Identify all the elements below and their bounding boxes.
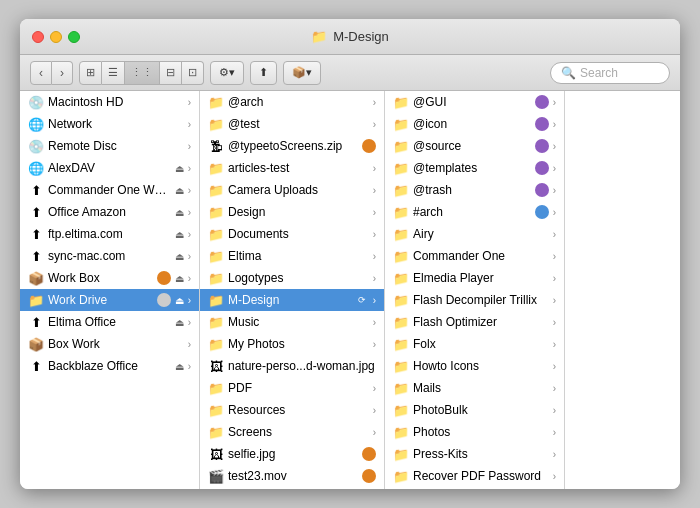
chevron-right-icon: ›: [188, 141, 191, 152]
view-columns-button[interactable]: ⋮⋮: [125, 61, 160, 85]
folder-icon: 📁: [208, 248, 224, 264]
minimize-button[interactable]: [50, 31, 62, 43]
list-item[interactable]: 📁 @source ›: [385, 135, 564, 157]
list-item[interactable]: 📁 Airy ›: [385, 223, 564, 245]
item-name: Flash Optimizer: [413, 315, 549, 329]
list-item[interactable]: ⬆ Office Amazon ⏏ ›: [20, 201, 199, 223]
chevron-right-icon: ›: [188, 273, 191, 284]
list-item[interactable]: 🌐 AlexDAV ⏏ ›: [20, 157, 199, 179]
list-item[interactable]: 📁 Logotypes ›: [200, 267, 384, 289]
item-name: Screens: [228, 425, 369, 439]
list-item[interactable]: 📁 articles-test ›: [200, 157, 384, 179]
list-item[interactable]: 🌐 Network ›: [20, 113, 199, 135]
item-name: Elmedia Player: [413, 271, 549, 285]
list-item[interactable]: 📦 Work Box ⏏ ›: [20, 267, 199, 289]
list-item[interactable]: 🎬 test23.mov: [200, 465, 384, 487]
share-button[interactable]: ⬆: [250, 61, 277, 85]
list-item[interactable]: 📁 Elmedia Player ›: [385, 267, 564, 289]
maximize-button[interactable]: [68, 31, 80, 43]
chevron-right-icon: ›: [373, 339, 376, 350]
list-item[interactable]: 📁 @icon ›: [385, 113, 564, 135]
list-item[interactable]: 📁 UI ›: [200, 487, 384, 489]
list-item[interactable]: ⬆ Commander One Work ⏏ ›: [20, 179, 199, 201]
folder-icon: 📁: [208, 182, 224, 198]
list-item[interactable]: 🖼 nature-perso...d-woman.jpg: [200, 355, 384, 377]
list-item[interactable]: 📁 Design ›: [200, 201, 384, 223]
item-name: AlexDAV: [48, 161, 171, 175]
list-item[interactable]: 📁 PDF ›: [200, 377, 384, 399]
list-item[interactable]: ⬆ Eltima Office ⏏ ›: [20, 311, 199, 333]
list-item[interactable]: 📁 @templates ›: [385, 157, 564, 179]
list-item[interactable]: 📁 Music ›: [200, 311, 384, 333]
list-item[interactable]: 📁 @test ›: [200, 113, 384, 135]
list-item[interactable]: 📁 Photos ›: [385, 421, 564, 443]
view-mixed-button[interactable]: ⊡: [182, 61, 204, 85]
chevron-right-icon: ›: [553, 361, 556, 372]
image-icon: 🖼: [208, 358, 224, 374]
list-item[interactable]: ⬆ ftp.eltima.com ⏏ ›: [20, 223, 199, 245]
list-item[interactable]: 📁 Eltima ›: [200, 245, 384, 267]
close-button[interactable]: [32, 31, 44, 43]
list-item[interactable]: 📁 Mails ›: [385, 377, 564, 399]
folder-icon: 📁: [28, 292, 44, 308]
list-item[interactable]: 📁 Camera Uploads ›: [200, 179, 384, 201]
chevron-right-icon: ›: [188, 251, 191, 262]
list-item[interactable]: 🗜 @typeetoScreens.zip: [200, 135, 384, 157]
item-name: PhotoBulk: [413, 403, 549, 417]
finder-window: 📁 M-Design ‹ › ⊞ ☰ ⋮⋮ ⊟ ⊡ ⚙▾ ⬆ 📦▾ 🔍 Sear…: [20, 19, 680, 489]
list-item[interactable]: 📁 Work Drive ⏏ ›: [20, 289, 199, 311]
list-item[interactable]: 📁 M-Design ⟳ ›: [200, 289, 384, 311]
list-item[interactable]: 📁 #arch ›: [385, 201, 564, 223]
chevron-right-icon: ›: [188, 295, 191, 306]
forward-button[interactable]: ›: [52, 61, 73, 85]
list-item[interactable]: 🖼 selfie.jpg: [200, 443, 384, 465]
badge: [362, 139, 376, 153]
folder-icon: 📁: [208, 116, 224, 132]
upload-icon: ⬆: [28, 226, 44, 242]
action-button[interactable]: ⚙▾: [210, 61, 244, 85]
chevron-right-icon: ›: [373, 229, 376, 240]
list-item[interactable]: 💿 Remote Disc ›: [20, 135, 199, 157]
list-item[interactable]: 📁 @GUI ›: [385, 91, 564, 113]
list-item[interactable]: 📁 Press-Kits ›: [385, 443, 564, 465]
list-item[interactable]: 📁 Recover PDF Password ›: [385, 465, 564, 487]
item-name: @arch: [228, 95, 369, 109]
chevron-right-icon: ›: [373, 273, 376, 284]
chevron-right-icon: ›: [188, 339, 191, 350]
list-item[interactable]: 📁 Documents ›: [200, 223, 384, 245]
folder-icon: 📁: [393, 248, 409, 264]
list-item[interactable]: 📁 SyncMate ›: [385, 487, 564, 489]
chevron-right-icon: ›: [553, 119, 556, 130]
list-item[interactable]: 📁 Resources ›: [200, 399, 384, 421]
list-item[interactable]: 📁 My Photos ›: [200, 333, 384, 355]
search-box[interactable]: 🔍 Search: [550, 62, 670, 84]
list-item[interactable]: 📁 Folx ›: [385, 333, 564, 355]
list-item[interactable]: ⬆ sync-mac.com ⏏ ›: [20, 245, 199, 267]
view-icons-button[interactable]: ⊞: [79, 61, 102, 85]
list-item[interactable]: ⬆ Backblaze Office ⏏ ›: [20, 355, 199, 377]
list-item[interactable]: 📁 Screens ›: [200, 421, 384, 443]
item-name: Eltima Office: [48, 315, 171, 329]
chevron-right-icon: ›: [188, 317, 191, 328]
list-item[interactable]: 📁 Flash Optimizer ›: [385, 311, 564, 333]
chevron-right-icon: ›: [553, 317, 556, 328]
chevron-right-icon: ›: [553, 207, 556, 218]
view-cover-button[interactable]: ⊟: [160, 61, 182, 85]
list-item[interactable]: 💿 Macintosh HD ›: [20, 91, 199, 113]
sidebar-list: 💿 Macintosh HD › 🌐 Network › 💿 Remote Di…: [20, 91, 199, 489]
list-item[interactable]: 📁 Commander One ›: [385, 245, 564, 267]
chevron-right-icon: ›: [188, 229, 191, 240]
list-item[interactable]: 📦 Box Work ›: [20, 333, 199, 355]
list-item[interactable]: 📁 PhotoBulk ›: [385, 399, 564, 421]
item-name: @templates: [413, 161, 531, 175]
dropbox-button[interactable]: 📦▾: [283, 61, 321, 85]
eject-icon: ⏏: [175, 361, 184, 372]
list-item[interactable]: 📁 @arch ›: [200, 91, 384, 113]
list-item[interactable]: 📁 Flash Decompiler Trillix ›: [385, 289, 564, 311]
badge: [362, 447, 376, 461]
back-button[interactable]: ‹: [30, 61, 52, 85]
view-list-button[interactable]: ☰: [102, 61, 125, 85]
list-item[interactable]: 📁 @trash ›: [385, 179, 564, 201]
nav-buttons: ‹ ›: [30, 61, 73, 85]
list-item[interactable]: 📁 Howto Icons ›: [385, 355, 564, 377]
